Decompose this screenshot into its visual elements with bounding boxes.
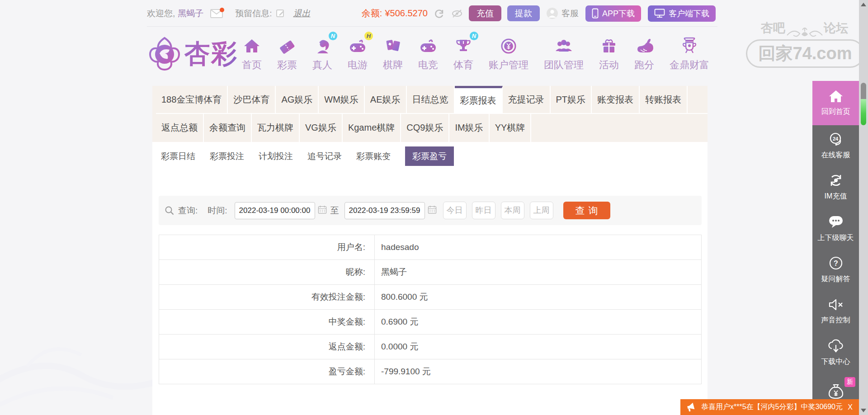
nav-item-team[interactable]: 团队管理 (536, 34, 591, 72)
tab-im[interactable]: IM娱乐 (449, 114, 489, 142)
ding-vessel-icon (680, 34, 699, 55)
edit-icon[interactable] (276, 9, 285, 18)
chat-bubble-icon (828, 215, 844, 229)
tab-row-2: 返点总额 余额查询 瓦力棋牌 VG娱乐 Kgame棋牌 CQ9娱乐 IM娱乐 Y… (156, 114, 708, 142)
tab-rebate-total[interactable]: 返点总额 (156, 114, 204, 142)
balance-label: 余额: (362, 7, 382, 19)
right-sidebar: 回到首页 24 在线客服 IM充值 上下级聊天 ? (812, 81, 859, 415)
tab-cq9[interactable]: CQ9娱乐 (401, 114, 449, 142)
calendar-icon-start[interactable] (318, 205, 327, 216)
page-scrollbar[interactable] (859, 0, 868, 415)
rabbit-icon (634, 34, 654, 55)
balance-value: ¥506.5270 (385, 8, 428, 19)
tab-transfer-report[interactable]: 转账报表 (640, 86, 688, 113)
phone-icon (592, 8, 599, 19)
subtab-lottery-account-change[interactable]: 彩票账变 (356, 146, 391, 166)
scrollbar-down-arrow[interactable] (861, 409, 866, 412)
tab-pt[interactable]: PT娱乐 (551, 86, 592, 113)
watermark-domain: 回家74.com (746, 39, 864, 68)
esports-gamepad-icon (418, 34, 438, 55)
nav-item-wealth[interactable]: 金鼎财富 (662, 34, 717, 72)
nav-item-lottery[interactable]: 彩票 (269, 34, 305, 72)
tab-daily-summary[interactable]: 日结总览 (407, 86, 455, 113)
tab-lottery-report[interactable]: 彩票报表 (455, 86, 503, 113)
tab-account-change-report[interactable]: 账变报表 (592, 86, 640, 113)
username[interactable]: 黑蝎子 (178, 8, 203, 19)
subtab-chase-records[interactable]: 追号记录 (307, 146, 342, 166)
tab-deposit-withdraw-records[interactable]: 充提记录 (503, 86, 551, 113)
query-submit-button[interactable]: 查询 (563, 202, 610, 219)
nav-item-sports[interactable]: N 体育 (446, 34, 481, 72)
last-week-button[interactable]: 上周 (530, 202, 553, 219)
today-button[interactable]: 今日 (443, 202, 467, 219)
nav-item-promotions[interactable]: 活动 (591, 34, 627, 72)
recharge-icon (828, 173, 844, 188)
row-value: 800.6000 元 (375, 285, 701, 309)
client-download-button[interactable]: 客户端下载 (648, 5, 716, 22)
sidebar-item-faq[interactable]: ? 疑问解答 (812, 250, 859, 291)
sidebar-item-sound-control[interactable]: 声音控制 (812, 291, 859, 332)
row-value: 0.6900 元 (375, 310, 701, 334)
svg-text:24: 24 (832, 136, 838, 141)
search-icon (165, 206, 175, 216)
nav-item-esports[interactable]: 电竞 (410, 34, 446, 72)
message-icon[interactable] (210, 8, 224, 19)
gamepad-icon: H (348, 34, 368, 55)
tab-ae[interactable]: AE娱乐 (365, 86, 407, 113)
table-row: 用户名: hadesado (159, 235, 701, 260)
sidebar-item-chat[interactable]: 上下级聊天 (812, 208, 859, 250)
table-row: 中奖金额: 0.6900 元 (159, 310, 701, 335)
tab-wm[interactable]: WM娱乐 (319, 86, 365, 113)
tab-balance-query[interactable]: 余额查询 (204, 114, 252, 142)
end-time-input[interactable]: 2022-03-19 23:59:59 (344, 202, 425, 219)
tab-shaba-sports[interactable]: 沙巴体育 (228, 86, 276, 113)
customer-service-link[interactable]: 客服 (546, 7, 579, 19)
row-label: 有效投注金额: (159, 285, 375, 309)
notification-close-button[interactable]: X (848, 403, 854, 411)
withdraw-button[interactable]: 提款 (507, 5, 540, 21)
tab-yy[interactable]: YY棋牌 (490, 114, 532, 142)
row-value: 黑蝎子 (375, 260, 701, 284)
subtab-lottery-pnl[interactable]: 彩票盈亏 (405, 146, 454, 166)
logout-link[interactable]: 退出 (293, 8, 311, 19)
tab-wali-games[interactable]: 瓦力棋牌 (252, 114, 300, 142)
mute-speaker-icon (828, 298, 844, 311)
row-value: -799.9100 元 (375, 359, 701, 384)
sidebar-item-online-service[interactable]: 24 在线客服 (812, 125, 859, 167)
this-week-button[interactable]: 本周 (501, 202, 524, 219)
refresh-balance-icon[interactable] (434, 8, 445, 19)
winner-notification-bar: 恭喜用户x***5在【河内5分彩】中奖30690元 X (680, 399, 859, 415)
site-logo[interactable]: 杏彩 (148, 36, 238, 71)
sidebar-item-download-center[interactable]: 下载中心 (812, 332, 859, 374)
row-label: 用户名: (159, 235, 375, 259)
hide-balance-icon[interactable] (451, 9, 463, 19)
nav-item-live[interactable]: N 真人 (305, 34, 340, 72)
query-label: 查询: (178, 205, 198, 217)
calendar-icon-end[interactable] (428, 205, 437, 216)
nav-item-egames[interactable]: H 电游 (340, 34, 375, 72)
top-bar: 欢迎您, 黑蝎子 预留信息: 退出 余额: ¥506.5270 (147, 0, 716, 27)
tab-vg[interactable]: VG娱乐 (300, 114, 343, 142)
subtab-lottery-bets[interactable]: 彩票投注 (210, 146, 244, 166)
tab-kgame[interactable]: Kgame棋牌 (343, 114, 401, 142)
tab-ag[interactable]: AG娱乐 (276, 86, 319, 113)
start-time-input[interactable]: 2022-03-19 00:00:00 (235, 202, 315, 219)
welcome-label: 欢迎您, (147, 8, 175, 19)
yesterday-button[interactable]: 昨日 (472, 202, 495, 219)
subtab-plan-bets[interactable]: 计划投注 (259, 146, 293, 166)
subtab-lottery-daily[interactable]: 彩票日结 (161, 146, 195, 166)
sidebar-item-back-home[interactable]: 回到首页 (812, 81, 859, 125)
brand-name: 杏彩 (184, 37, 238, 71)
watermark-right-text: 论坛 (824, 20, 848, 36)
nav-item-paofen[interactable]: 跑分 (627, 34, 662, 72)
nav-item-boardgames[interactable]: 棋牌 (375, 34, 410, 72)
nav-item-home[interactable]: 首页 (234, 34, 269, 72)
app-download-button[interactable]: APP下载 (585, 5, 641, 22)
megaphone-icon (686, 402, 697, 412)
deposit-button[interactable]: 充值 (469, 5, 501, 21)
scrollbar-up-arrow[interactable] (861, 3, 866, 6)
scrollbar-thumb[interactable] (861, 83, 866, 125)
nav-item-account[interactable]: 账户管理 (481, 34, 536, 72)
tab-188-sports[interactable]: 188金宝博体育 (156, 86, 228, 113)
sidebar-item-im-recharge[interactable]: IM充值 (812, 167, 859, 208)
